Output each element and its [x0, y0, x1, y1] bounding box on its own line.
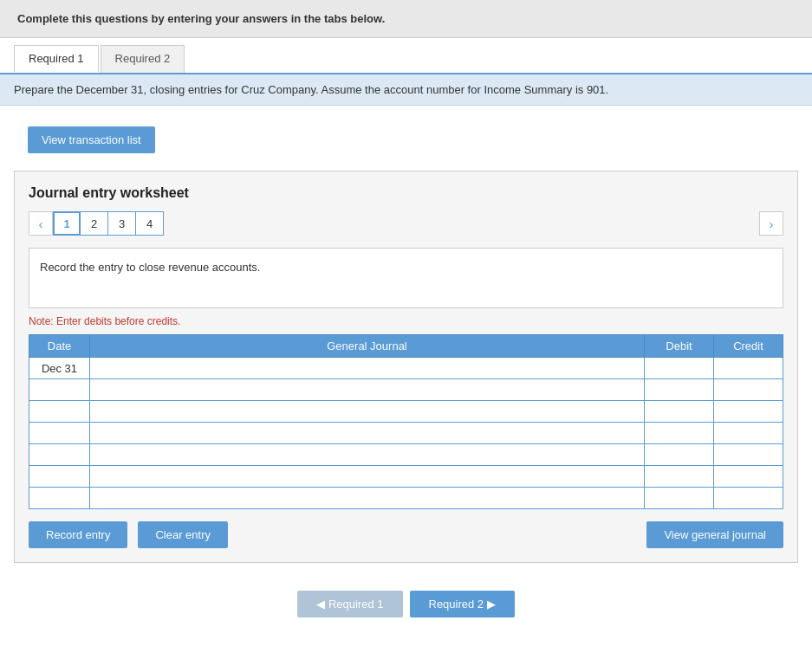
header-general-journal: General Journal [90, 335, 645, 358]
debit-input-3[interactable] [648, 403, 710, 420]
credit-cell-5[interactable] [714, 444, 783, 466]
worksheet-container: Journal entry worksheet ‹ 1 2 3 4 › Reco… [14, 171, 798, 563]
credit-input-3[interactable] [718, 403, 779, 420]
clear-entry-button[interactable]: Clear entry [138, 521, 228, 548]
gj-input-7[interactable] [94, 489, 640, 507]
gj-input-6[interactable] [94, 468, 640, 485]
view-general-journal-button[interactable]: View general journal [646, 521, 783, 548]
tab-required-2[interactable]: Required 2 [101, 45, 185, 73]
gj-input-1[interactable] [94, 359, 640, 377]
gj-cell-7[interactable] [90, 488, 645, 509]
gj-cell-5[interactable] [90, 444, 645, 466]
date-cell-4 [29, 423, 90, 444]
header-credit: Credit [714, 335, 783, 358]
worksheet-title: Journal entry worksheet [29, 185, 783, 201]
debit-cell-4[interactable] [645, 423, 714, 444]
date-cell-5 [29, 444, 90, 466]
header-debit: Debit [645, 335, 714, 358]
gj-cell-1[interactable] [90, 358, 645, 379]
instruction-text: Prepare the December 31, closing entries… [0, 74, 812, 106]
entry-description-text: Record the entry to close revenue accoun… [40, 261, 260, 274]
tabs-bar: Required 1 Required 2 [0, 38, 812, 74]
date-cell-3 [29, 401, 90, 423]
date-cell-2 [29, 379, 90, 401]
record-entry-button[interactable]: Record entry [29, 521, 127, 548]
date-cell-7 [29, 488, 90, 509]
page-4[interactable]: 4 [136, 211, 164, 236]
view-transaction-button[interactable]: View transaction list [28, 126, 155, 153]
credit-cell-6[interactable] [714, 466, 783, 488]
gj-cell-3[interactable] [90, 401, 645, 423]
date-cell-6 [29, 466, 90, 488]
debit-cell-3[interactable] [645, 401, 714, 423]
debit-cell-7[interactable] [645, 488, 714, 509]
gj-input-3[interactable] [94, 403, 640, 420]
debit-cell-2[interactable] [645, 379, 714, 401]
credit-cell-3[interactable] [714, 401, 783, 423]
debit-input-5[interactable] [648, 446, 710, 463]
tab-required-1[interactable]: Required 1 [14, 45, 99, 73]
credit-input-4[interactable] [718, 424, 779, 442]
gj-cell-2[interactable] [90, 379, 645, 401]
journal-table: Date General Journal Debit Credit Dec 31 [29, 334, 783, 509]
table-row [29, 423, 783, 444]
table-row [29, 488, 783, 509]
bottom-navigation: ◀ Required 1 Required 2 ▶ [0, 577, 812, 635]
gj-cell-6[interactable] [90, 466, 645, 488]
gj-input-4[interactable] [94, 424, 640, 442]
note-text: Note: Enter debits before credits. [29, 315, 783, 327]
date-cell-1: Dec 31 [29, 358, 90, 379]
credit-input-7[interactable] [718, 489, 779, 507]
debit-input-2[interactable] [648, 381, 710, 398]
table-row [29, 401, 783, 423]
debit-input-1[interactable] [648, 359, 710, 377]
next-required-button[interactable]: Required 2 ▶ [410, 591, 515, 617]
page-navigation: ‹ 1 2 3 4 › [29, 211, 783, 236]
gj-input-5[interactable] [94, 446, 640, 463]
page-2[interactable]: 2 [81, 211, 108, 236]
entry-description-box: Record the entry to close revenue accoun… [29, 248, 783, 308]
banner-text: Complete this questions by entering your… [17, 12, 385, 25]
table-row [29, 466, 783, 488]
debit-cell-1[interactable] [645, 358, 714, 379]
table-row [29, 379, 783, 401]
credit-input-5[interactable] [718, 446, 779, 463]
gj-input-2[interactable] [94, 381, 640, 398]
table-row [29, 444, 783, 466]
next-page-arrow[interactable]: › [759, 211, 783, 236]
debit-cell-6[interactable] [645, 466, 714, 488]
debit-input-6[interactable] [648, 468, 710, 485]
page-3[interactable]: 3 [108, 211, 136, 236]
credit-input-1[interactable] [718, 359, 779, 377]
credit-cell-4[interactable] [714, 423, 783, 444]
credit-cell-1[interactable] [714, 358, 783, 379]
gj-cell-4[interactable] [90, 423, 645, 444]
prev-required-button[interactable]: ◀ Required 1 [297, 591, 402, 617]
debit-input-7[interactable] [648, 489, 710, 507]
credit-input-2[interactable] [718, 381, 779, 398]
prev-page-arrow[interactable]: ‹ [29, 211, 53, 236]
header-date: Date [29, 335, 90, 358]
debit-cell-5[interactable] [645, 444, 714, 466]
instruction-banner: Complete this questions by entering your… [0, 0, 812, 38]
credit-cell-7[interactable] [714, 488, 783, 509]
table-row: Dec 31 [29, 358, 783, 379]
debit-input-4[interactable] [648, 424, 710, 442]
page-1[interactable]: 1 [53, 211, 81, 236]
credit-input-6[interactable] [718, 468, 779, 485]
credit-cell-2[interactable] [714, 379, 783, 401]
action-buttons: Record entry Clear entry View general jo… [29, 521, 783, 548]
